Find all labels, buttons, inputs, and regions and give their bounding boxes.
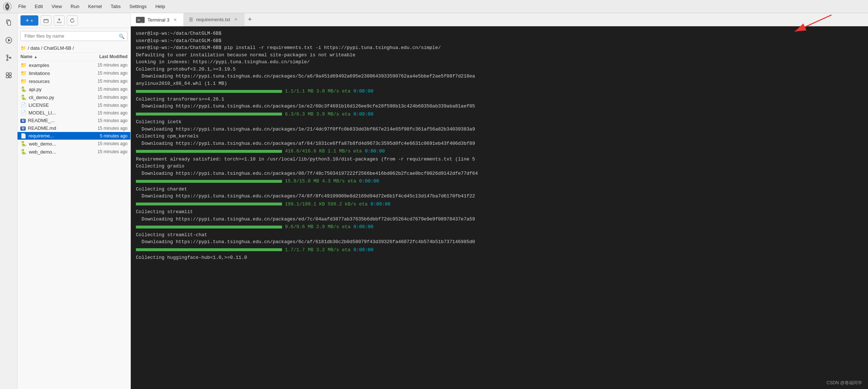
svg-rect-12 — [6, 76, 8, 78]
file-modified: 15 minutes ago — [80, 149, 127, 154]
file-row[interactable]: 🐍 api.py 15 minutes ago — [18, 85, 130, 93]
svg-rect-15 — [44, 19, 48, 23]
right-panel: >_ Terminal 3 ✕ ☰ requirements.txt ✕ + 下… — [131, 13, 868, 389]
progress-bar — [136, 180, 282, 183]
terminal-line: Downloading https://pypi.tuna.tsinghua.e… — [136, 193, 863, 200]
file-name: examples — [29, 63, 80, 68]
tab-close-icon[interactable]: ✕ — [172, 17, 178, 23]
file-name: README_... — [28, 118, 80, 123]
file-icon: 🐍 — [20, 94, 29, 100]
tab-label: requirements.txt — [196, 17, 230, 22]
menu-kernel[interactable]: Kernel — [84, 2, 106, 11]
plus-icon: + — [26, 17, 29, 24]
terminal-line: Defaulting to user installation because … — [136, 52, 863, 59]
file-row[interactable]: 🐍 web_demo... 15 minutes ago — [18, 140, 130, 148]
refresh-button[interactable] — [67, 15, 78, 26]
terminal-line: user@lsp-ws:~/data/ChatGLM-6B$ — [136, 37, 863, 45]
file-row[interactable]: 📁 resources 15 minutes ago — [18, 77, 130, 85]
progress-line: 199.1/199.1 KB 599.2 kB/s eta 0:00:00 — [136, 201, 863, 208]
file-row[interactable]: M README.md 15 minutes ago — [18, 124, 130, 132]
tab-close-icon[interactable]: ✕ — [233, 17, 239, 23]
file-icon: 📁 — [20, 62, 29, 68]
progress-bar — [136, 226, 282, 229]
file-icon: M — [20, 118, 28, 123]
upload-folder-button[interactable] — [41, 15, 52, 26]
search-input[interactable] — [20, 31, 127, 41]
file-row[interactable]: 📄 LICENSE 15 minutes ago — [18, 101, 130, 109]
terminal-line: Downloading https://pypi.tuna.tsinghua.e… — [136, 170, 863, 177]
file-modified: 15 minutes ago — [80, 63, 127, 68]
file-list-header: Name ▲ Last Modified — [18, 53, 130, 61]
progress-line: 6.3/6.3 MB 3.9 MB/s eta 0:00:00 — [136, 111, 863, 118]
col-name-header[interactable]: Name ▲ — [20, 54, 80, 59]
file-name: LICENSE — [28, 102, 80, 108]
new-button[interactable]: + + — [20, 15, 38, 26]
file-row[interactable]: 📁 examples 15 minutes ago — [18, 61, 130, 69]
file-row[interactable]: 📄 requireme... 5 minutes ago — [18, 132, 130, 140]
terminal-line: Collecting cpm_kernels — [136, 133, 863, 140]
progress-bar — [136, 113, 282, 116]
terminal-line: Collecting chardet — [136, 186, 863, 193]
tab-terminal3[interactable]: >_ Terminal 3 ✕ — [131, 13, 184, 26]
search-icon: 🔍 — [119, 33, 125, 39]
file-name: limitations — [29, 71, 80, 76]
terminal-line: Collecting huggingface-hub<1.0,>=0.11.0 — [136, 254, 863, 261]
svg-rect-3 — [8, 21, 11, 25]
file-modified: 15 minutes ago — [80, 79, 127, 84]
progress-line: 1.1/1.1 MB 3.0 MB/s eta 0:00:00 — [136, 88, 863, 95]
file-modified: 15 minutes ago — [80, 71, 127, 76]
progress-line: 15.8/15.8 MB 4.3 MB/s eta 0:00:00 — [136, 178, 863, 185]
file-name: cli_demo.py — [29, 95, 80, 100]
file-icon: 📁 — [20, 70, 29, 76]
breadcrumb: 📁 / data / ChatGLM-6B / — [18, 44, 130, 53]
menu-help[interactable]: Help — [152, 2, 169, 11]
menu-run[interactable]: Run — [67, 2, 83, 11]
terminal-line: Collecting gradio — [136, 163, 863, 170]
svg-rect-11 — [9, 73, 11, 75]
breadcrumb-text: / data / ChatGLM-6B / — [28, 45, 74, 51]
sidebar-toolbar: + + — [18, 13, 130, 28]
activity-run-icon[interactable] — [2, 34, 15, 47]
tab-label: Terminal 3 — [148, 17, 170, 23]
file-name: README.md — [28, 125, 80, 131]
file-tab-icon: ☰ — [189, 17, 193, 22]
file-icon: 📁 — [20, 78, 29, 84]
menu-tabs[interactable]: Tabs — [107, 2, 124, 11]
file-modified: 15 minutes ago — [80, 110, 127, 116]
file-list: 📁 examples 15 minutes ago 📁 limitations … — [18, 61, 130, 389]
activity-git-icon[interactable] — [2, 51, 15, 64]
file-icon: 🐍 — [20, 86, 29, 92]
watermark: CSDN @卷福同学 — [826, 380, 862, 386]
activity-extensions-icon[interactable] — [2, 69, 15, 82]
file-row[interactable]: M README_... 15 minutes ago — [18, 117, 130, 124]
col-modified-header[interactable]: Last Modified — [80, 54, 127, 59]
file-row[interactable]: 📄 MODEL_LI... 15 minutes ago — [18, 109, 130, 117]
menu-edit[interactable]: Edit — [31, 2, 46, 11]
menu-settings[interactable]: Settings — [126, 2, 150, 11]
activity-files-icon[interactable] — [2, 16, 15, 29]
file-icon: 🐍 — [20, 141, 29, 147]
progress-line: 416.6/416.6 KB 1.1 MB/s eta 0:00:00 — [136, 148, 863, 155]
activity-bar — [0, 13, 18, 389]
new-tab-button[interactable]: + — [244, 13, 256, 26]
terminal-line: Looking in indexes: https://pypi.tuna.ts… — [136, 58, 863, 66]
app-logo — [3, 2, 12, 11]
file-name: web_demo... — [29, 141, 80, 147]
progress-bar — [136, 90, 282, 93]
terminal[interactable]: user@lsp-ws:~/data/ChatGLM-6B$user@lsp-w… — [131, 26, 868, 389]
terminal-tab-icon: >_ — [136, 17, 145, 23]
file-name: api.py — [29, 87, 80, 92]
file-row[interactable]: 📁 limitations 15 minutes ago — [18, 69, 130, 77]
terminal-line: Downloading https://pypi.tuna.tsinghua.e… — [136, 238, 863, 246]
tab-requirements[interactable]: ☰ requirements.txt ✕ — [184, 13, 244, 26]
menu-file[interactable]: File — [15, 2, 30, 11]
file-icon: 📄 — [20, 110, 28, 116]
progress-bar — [136, 203, 282, 205]
svg-point-7 — [7, 59, 8, 61]
upload-file-button[interactable] — [54, 15, 65, 26]
menu-view[interactable]: View — [48, 2, 65, 11]
file-row[interactable]: 🐍 web_demo... 15 minutes ago — [18, 148, 130, 156]
terminal-line: Collecting streamlit-chat — [136, 231, 863, 239]
file-row[interactable]: 🐍 cli_demo.py 15 minutes ago — [18, 93, 130, 101]
file-modified: 15 minutes ago — [80, 126, 127, 131]
